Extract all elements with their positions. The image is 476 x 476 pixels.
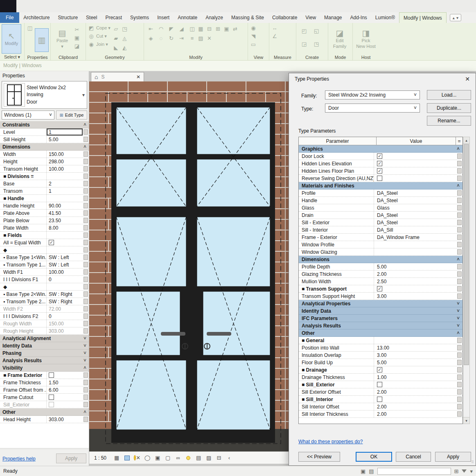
parameter-value[interactable]: 100.00 [47,165,83,172]
parameter-value[interactable]: 2.00 [374,271,456,277]
parameter-value[interactable]: DA_Steel [374,212,456,219]
shadows-icon[interactable]: ◯ [144,455,151,461]
section-ifc-parameters[interactable]: IFC Parameters˅ [299,315,462,322]
properties-help-link[interactable]: Properties help [2,456,36,462]
parameter-value[interactable]: DA_Steel [374,197,456,204]
crop-view-icon[interactable]: ▣ [154,455,161,461]
scroll-up-icon[interactable]: ▴ [463,137,469,144]
parameter-value[interactable] [374,337,456,344]
design-options-icon[interactable]: ▤ [369,468,374,474]
associate-button[interactable] [83,314,88,319]
parameter-value[interactable] [374,381,456,388]
section-analysis-results[interactable]: Analysis Results˅ [0,357,89,364]
parameter-value[interactable]: ✓ [374,160,456,167]
section-visibility[interactable]: Visibility˄ [0,364,89,372]
section-materials-and-finishes[interactable]: Materials and Finishes˄ [299,182,462,189]
parameter-value[interactable] [47,372,83,379]
associate-button[interactable] [457,242,462,247]
parameter-value[interactable]: 5.00 [47,136,83,143]
match-icon[interactable]: ≡ [189,35,196,42]
parameter-value[interactable]: 90.00 [47,202,83,209]
associate-button[interactable] [83,417,88,422]
associate-button[interactable] [83,262,88,267]
parameter-value[interactable]: 303.00 [47,327,83,334]
parameter-value[interactable] [47,283,83,290]
associate-button[interactable] [457,168,462,174]
view-scale[interactable]: 1 : 50 [94,455,106,461]
parameter-value[interactable]: 72.00 [47,305,83,312]
visual-style-icon[interactable] [124,455,130,461]
associate-button[interactable] [83,240,88,245]
section-other[interactable]: Other˄ [0,408,89,416]
associate-button[interactable] [83,402,88,407]
match-properties-icon[interactable]: ◪ [73,42,81,50]
parameter-value[interactable]: 13.00 [374,344,456,351]
associate-button[interactable] [457,212,462,218]
section-phasing[interactable]: Phasing˅ [0,350,89,357]
pin-icon[interactable]: ▣ [223,25,230,33]
apply-button-dialog[interactable]: Apply [435,452,471,462]
associate-button[interactable] [83,129,88,135]
associate-button[interactable] [457,227,462,232]
demolish-icon[interactable]: ◳ [121,25,128,33]
table-scrollbar[interactable]: ▴ ▾ [463,137,470,424]
parameter-value[interactable]: DA_Sill [374,226,456,233]
parameter-value[interactable]: SW : Right [47,291,83,298]
associate-button[interactable] [457,271,462,277]
parameter-value[interactable]: 23.50 [47,217,83,224]
panel-label[interactable]: Modify [144,55,248,60]
parameter-value[interactable]: 2.00 [374,388,456,395]
checkbox[interactable] [377,382,382,387]
parameter-value[interactable]: 5.00 [374,263,456,270]
parameter-value[interactable]: SW : Left [47,261,83,268]
associate-button[interactable] [457,249,462,255]
panel-label[interactable]: Create [296,55,328,60]
modify-button[interactable]: ↖ Modify [2,24,21,54]
split-face-icon[interactable]: ◭ [121,44,128,52]
panel-label[interactable]: Mode [328,55,352,60]
parameter-value[interactable]: SW : Left [47,254,83,261]
create-assembly-icon[interactable]: ◲ [300,40,308,47]
associate-button[interactable] [83,210,88,216]
panel-label[interactable]: Select ▾ [0,54,24,60]
associate-button[interactable] [457,205,462,210]
section-box-icon[interactable]: ▭ [250,41,257,48]
associate-button[interactable] [457,382,462,387]
tab-precast[interactable]: Precast [101,12,126,23]
scroll-thumb[interactable] [464,144,469,365]
filter-icon[interactable] [462,469,467,473]
parameter-value[interactable]: ✓ [374,285,456,292]
parameter-value[interactable]: 3.00 [374,352,456,359]
associate-button[interactable] [83,151,88,157]
checkbox[interactable]: ✓ [377,286,382,291]
parameter-value[interactable]: 3.00 [374,293,456,300]
associate-button[interactable] [457,352,462,358]
lightbulb-icon[interactable]: ◉ [250,24,257,32]
align-right-icon[interactable]: ▨ [197,35,205,42]
parameter-value[interactable] [47,232,83,239]
associate-button[interactable] [83,166,88,171]
parameter-value[interactable] [47,394,83,401]
copy-element-icon[interactable]: ◌ [158,35,165,42]
associate-button[interactable] [457,360,462,365]
associate-button[interactable] [83,203,88,208]
panel-label[interactable]: View [248,55,269,60]
cut-to-clipboard-icon[interactable]: ✂ [73,26,81,33]
tab-annotate[interactable]: Annotate [174,12,201,23]
type-select[interactable]: Door ˅ [325,104,420,113]
unjoin-icon[interactable]: ◬ [121,35,128,42]
temporary-hide-icon[interactable]: ∞ [175,455,181,461]
asset-browser-icon[interactable]: ◫ [26,24,34,32]
reveal-constraints-icon[interactable]: ⊟ [216,455,222,461]
section-identity-data[interactable]: Identity Data˅ [299,307,462,315]
parameter-value[interactable]: 5.00 [374,359,456,366]
associate-button[interactable] [83,277,88,282]
apply-button[interactable]: Apply [56,453,86,463]
checkbox[interactable] [377,176,382,181]
tab-massing-site[interactable]: Massing & Site [227,12,268,23]
checkbox[interactable] [377,397,382,402]
close-icon[interactable]: ✕ [465,76,470,82]
rename-button[interactable]: Rename... [427,116,471,126]
mirror-icon[interactable]: ◫ [189,25,196,33]
application-menu-button[interactable] [0,0,16,12]
